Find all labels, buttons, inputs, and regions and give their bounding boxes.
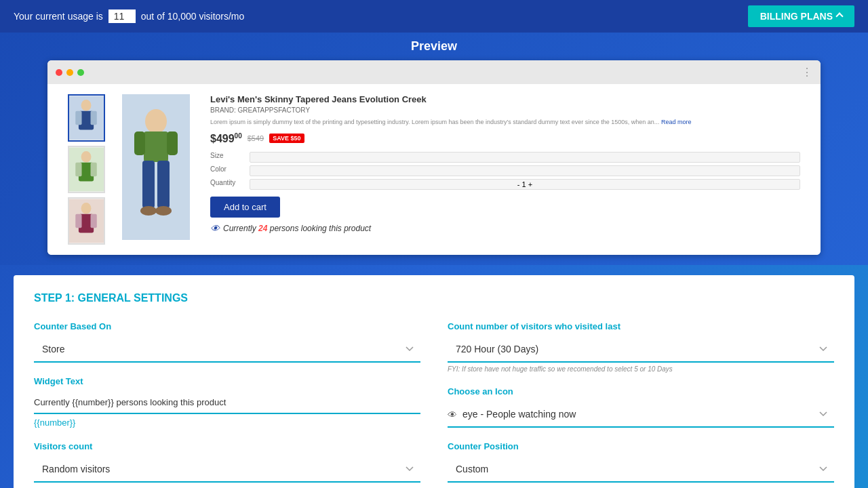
preview-title: Preview bbox=[14, 39, 854, 54]
svg-point-6 bbox=[81, 151, 92, 163]
billing-plans-label: BILLING PLANS bbox=[760, 11, 833, 22]
counter-position-group: Counter Position Custom Above Add to Car… bbox=[448, 441, 834, 488]
read-more-link[interactable]: Read more bbox=[661, 119, 692, 125]
count-visitors-group: Count number of visitors who visited las… bbox=[448, 321, 834, 373]
watching-eye-icon: 👁 bbox=[210, 223, 220, 234]
quantity-label: Quantity bbox=[210, 179, 244, 190]
save-badge: SAVE $50 bbox=[269, 134, 304, 143]
usage-prefix: Your current usage is bbox=[14, 11, 103, 22]
dot-yellow bbox=[66, 69, 73, 76]
product-brand: BRAND: GREATAPPSFACTORY bbox=[210, 106, 800, 114]
thumb-img-1 bbox=[69, 94, 104, 142]
svg-point-16 bbox=[145, 109, 167, 134]
svg-rect-3 bbox=[75, 111, 81, 125]
svg-rect-19 bbox=[167, 131, 178, 155]
thumbnail-3[interactable] bbox=[68, 197, 105, 245]
svg-rect-8 bbox=[75, 163, 81, 176]
price-row: $49900 $549 SAVE $50 bbox=[210, 132, 800, 145]
choose-icon-group: Choose an Icon 👁 eye - People watching n… bbox=[448, 386, 834, 428]
thumb-img-2 bbox=[69, 146, 104, 193]
svg-rect-13 bbox=[75, 214, 81, 228]
widget-text-group: Widget Text {{number}} bbox=[34, 376, 420, 428]
widget-number-tag: {{number}} bbox=[34, 418, 420, 428]
counter-based-on-select[interactable]: Store Product Collection bbox=[34, 337, 420, 363]
add-to-cart-button[interactable]: Add to cart bbox=[210, 197, 280, 218]
icon-select-wrapper: 👁 eye - People watching now users - Peop… bbox=[448, 402, 834, 428]
svg-point-23 bbox=[155, 206, 172, 216]
widget-text-input[interactable] bbox=[34, 392, 420, 414]
main-product-image bbox=[122, 94, 190, 240]
svg-rect-4 bbox=[91, 111, 97, 125]
product-name: Levi's Men's Skinny Tapered Jeans Evolut… bbox=[210, 94, 800, 104]
visitors-count-select[interactable]: Random visitors Real visitors Mixed bbox=[34, 457, 420, 483]
thumb-img-3 bbox=[69, 197, 104, 245]
product-thumbnails bbox=[68, 94, 108, 245]
counter-based-on-group: Counter Based On Store Product Collectio… bbox=[34, 321, 420, 363]
product-details: Levi's Men's Skinny Tapered Jeans Evolut… bbox=[203, 94, 800, 245]
counter-position-select[interactable]: Custom Above Add to Cart Below Add to Ca… bbox=[448, 457, 834, 483]
product-svg bbox=[122, 94, 190, 240]
usage-text: Your current usage is out of 10,000 visi… bbox=[14, 9, 244, 23]
settings-left-column: Counter Based On Store Product Collectio… bbox=[34, 321, 420, 488]
svg-rect-20 bbox=[142, 161, 155, 208]
browser-dots bbox=[56, 69, 84, 76]
counter-based-on-label: Counter Based On bbox=[34, 321, 420, 331]
step-title: STEP 1: GENERAL SETTINGS bbox=[34, 292, 834, 304]
count-visitors-select[interactable]: 1 Hour 24 Hour (1 Day) 168 Hour (7 Days)… bbox=[448, 337, 834, 363]
svg-rect-14 bbox=[91, 214, 97, 228]
billing-plans-button[interactable]: BILLING PLANS bbox=[748, 5, 854, 27]
svg-point-22 bbox=[140, 206, 157, 216]
price-original: $549 bbox=[248, 134, 264, 142]
settings-right-column: Count number of visitors who visited las… bbox=[448, 321, 834, 488]
top-bar: Your current usage is out of 10,000 visi… bbox=[0, 0, 868, 33]
arrow-up-icon bbox=[835, 12, 843, 20]
svg-rect-21 bbox=[157, 161, 170, 208]
product-description: Lorem ipsum is simply dummy text of the … bbox=[210, 118, 800, 127]
svg-rect-18 bbox=[134, 131, 145, 155]
browser-toolbar: ⋮ bbox=[47, 60, 821, 84]
choose-icon-label: Choose an Icon bbox=[448, 386, 834, 396]
color-value bbox=[250, 165, 800, 176]
widget-text-label: Widget Text bbox=[34, 376, 420, 386]
visitors-count-label: Visitors count bbox=[34, 441, 420, 451]
choose-icon-select[interactable]: eye - People watching now users - People… bbox=[448, 402, 834, 428]
usage-input[interactable] bbox=[108, 9, 136, 23]
svg-point-11 bbox=[81, 203, 92, 214]
color-label: Color bbox=[210, 165, 244, 176]
browser-window: ⋮ bbox=[47, 60, 821, 255]
size-label: Size bbox=[210, 152, 244, 163]
price-main: $49900 bbox=[210, 132, 242, 145]
size-value bbox=[250, 152, 800, 163]
quantity-value: - 1 + bbox=[250, 179, 800, 190]
thumbnail-2[interactable] bbox=[68, 146, 105, 193]
counter-position-label: Counter Position bbox=[448, 441, 834, 451]
settings-section: STEP 1: GENERAL SETTINGS Counter Based O… bbox=[14, 275, 854, 488]
watching-text: 👁 Currently 24 persons looking this prod… bbox=[210, 223, 800, 234]
count-visitors-hint: FYI: If store have not huge traffic so w… bbox=[448, 365, 834, 373]
preview-section: Preview ⋮ bbox=[0, 33, 868, 265]
visitors-count-group: Visitors count Random visitors Real visi… bbox=[34, 441, 420, 483]
svg-rect-9 bbox=[91, 163, 97, 176]
dot-red bbox=[56, 69, 62, 76]
dot-green bbox=[77, 69, 84, 76]
options-grid: Size Color Quantity - 1 + bbox=[210, 152, 800, 190]
svg-rect-17 bbox=[144, 131, 168, 162]
browser-menu-icon: ⋮ bbox=[802, 66, 812, 79]
watching-number: 24 bbox=[258, 224, 267, 233]
usage-suffix: out of 10,000 visitors/mo bbox=[141, 11, 245, 22]
thumbnail-1[interactable] bbox=[68, 94, 105, 142]
browser-content: Levi's Men's Skinny Tapered Jeans Evolut… bbox=[47, 84, 821, 255]
settings-grid: Counter Based On Store Product Collectio… bbox=[34, 321, 834, 488]
svg-point-1 bbox=[81, 100, 92, 111]
count-visitors-label: Count number of visitors who visited las… bbox=[448, 321, 834, 331]
